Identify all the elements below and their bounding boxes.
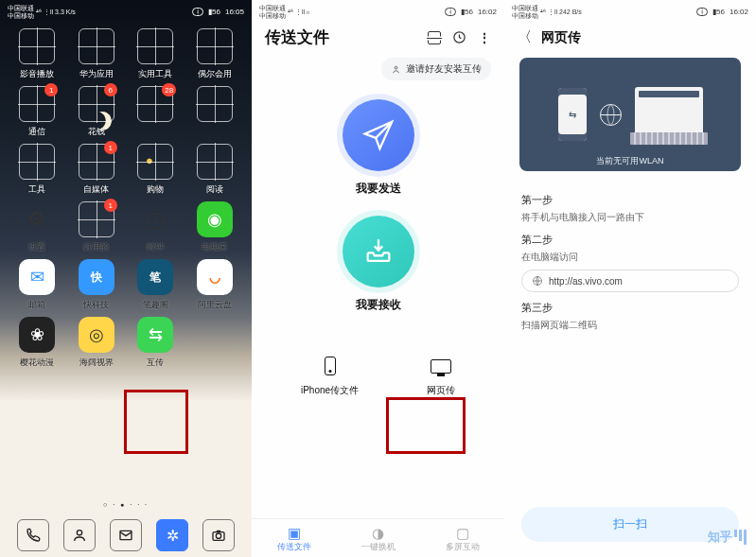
app-sakura[interactable]: ❀樱花动漫 — [8, 317, 67, 369]
contacts-icon[interactable] — [63, 519, 96, 551]
battery-icon: ▮56 — [712, 8, 725, 16]
highlight-box — [386, 397, 466, 454]
header: 〈 网页传 — [504, 21, 756, 46]
app-utilities[interactable]: 实用工具 — [126, 28, 185, 80]
clone-icon: ◑ — [361, 525, 396, 542]
app-spend[interactable]: 6花钱 — [67, 86, 127, 138]
url-box[interactable]: http://as.vivo.com — [521, 270, 739, 292]
app-communication[interactable]: 1通信 — [8, 86, 67, 138]
app-huichuan[interactable]: ⇆互传 — [126, 317, 185, 369]
step-2-desc: 在电脑端访问 — [521, 251, 739, 264]
app-settings[interactable]: ⚙设置 — [8, 201, 67, 253]
bluetooth-icon: ᚼ — [445, 8, 456, 16]
step-1-desc: 将手机与电脑接入同一路由下 — [521, 211, 739, 224]
header: 传送文件 ⋮ — [252, 21, 504, 48]
app-clock[interactable]: ◷时钟 — [126, 201, 185, 253]
scan-icon[interactable] — [428, 31, 441, 44]
app-folder[interactable]: 28 — [126, 86, 185, 138]
app-folder[interactable] — [185, 86, 245, 138]
sakura-icon: ❀ — [19, 317, 55, 353]
app-selfmedia[interactable]: 1自媒体 — [67, 144, 127, 196]
clock-icon: ◷ — [137, 201, 173, 237]
transfer-icon: ⇆ — [137, 317, 173, 353]
status-bar: 中国联通中国移动⁴⁶ ⋮ll₀ ᚼ▮5616:02 — [252, 0, 504, 21]
cloud-icon: ◡ — [197, 259, 233, 295]
send-button[interactable] — [343, 99, 414, 171]
badge: 6 — [104, 83, 117, 96]
app-useful[interactable]: 1好用的 — [67, 201, 127, 253]
invite-banner[interactable]: 邀请好友安装互传 — [381, 58, 491, 80]
scan-button[interactable]: 扫一扫 — [521, 507, 739, 542]
tab-transfer[interactable]: ▣传送文件 — [277, 525, 311, 553]
iphone-label: iPhone传文件 — [301, 384, 359, 397]
back-icon[interactable]: 〈 — [518, 28, 532, 46]
step-2-title: 第二步 — [521, 234, 739, 247]
phone-icon — [325, 357, 336, 375]
svg-point-3 — [217, 533, 221, 538]
app-mail[interactable]: ✉邮箱 — [8, 259, 67, 311]
iphone-transfer-option[interactable]: iPhone传文件 — [301, 353, 359, 397]
app-aliyun[interactable]: ◡阿里云盘 — [185, 259, 245, 311]
app-grid: 影音播放 华为应用 实用工具 偶尔会用 1通信 6花钱 28 工具 1自媒体 购… — [0, 21, 252, 369]
folder-icon: ▣ — [277, 525, 311, 542]
dock: ✲ — [0, 519, 252, 551]
tab-clone[interactable]: ◑一键换机 — [361, 525, 396, 553]
highlight-box — [124, 390, 188, 454]
phone-homescreen: 中国联通中国移动⁴⁶ ⋮ll3.3 K/s ᚼ▮5616:05 ● 影音播放 华… — [0, 0, 252, 557]
clock: 16:02 — [478, 8, 497, 16]
status-bar: 中国联通中国移动⁴⁶ ⋮ll242 B/s ᚼ▮5616:02 — [504, 0, 756, 21]
bottom-tabs: ▣传送文件 ◑一键换机 ▢多屏互动 — [252, 518, 504, 553]
wlan-status: 当前无可用WLAN — [519, 155, 741, 167]
kk-icon: 快 — [79, 259, 114, 295]
message-icon[interactable] — [110, 519, 142, 551]
app-occasional[interactable]: 偶尔会用 — [185, 28, 245, 80]
app-reading[interactable]: 阅读 — [185, 144, 245, 196]
monitor-icon — [431, 359, 451, 374]
globe-icon — [532, 275, 543, 287]
app-haikuo[interactable]: ◎海阔视界 — [67, 317, 127, 369]
web-transfer-option[interactable]: 网页传 — [427, 353, 455, 397]
page-title: 网页传 — [541, 29, 581, 46]
clock: 16:05 — [225, 8, 244, 16]
history-icon[interactable] — [452, 30, 466, 44]
invite-label: 邀请好友安装互传 — [406, 62, 482, 76]
battery-icon: ▮56 — [461, 8, 473, 16]
steps: 第一步 将手机与电脑接入同一路由下 第二步 在电脑端访问 http://as.v… — [504, 177, 756, 339]
badge: 1 — [104, 199, 117, 212]
app-media[interactable]: 影音播放 — [8, 28, 67, 80]
phone-icon[interactable] — [17, 519, 49, 551]
laptop-graphic — [635, 87, 703, 136]
bluetooth-icon: ᚼ — [696, 8, 708, 16]
phone-web-transfer: 中国联通中国移动⁴⁶ ⋮ll242 B/s ᚼ▮5616:02 〈 网页传 当前… — [504, 0, 756, 557]
clock: 16:02 — [730, 8, 748, 16]
app-huawei[interactable]: 华为应用 — [67, 28, 127, 80]
send-label: 我要发送 — [252, 181, 504, 197]
tab-multiscreen[interactable]: ▢多屏互动 — [446, 525, 480, 553]
camera-icon[interactable] — [202, 519, 235, 551]
step-1-title: 第一步 — [521, 194, 739, 207]
battery-icon: ▮56 — [208, 8, 220, 16]
receive-label: 我要接收 — [252, 297, 504, 313]
receive-button[interactable] — [343, 216, 414, 287]
screens-icon: ▢ — [446, 525, 480, 542]
globe-icon — [600, 104, 622, 126]
app-shopping[interactable]: 购物 — [126, 144, 185, 196]
status-bar: 中国联通中国移动⁴⁶ ⋮ll3.3 K/s ᚼ▮5616:05 — [0, 0, 252, 21]
step-3-desc: 扫描网页端二维码 — [521, 319, 739, 332]
person-icon — [391, 64, 401, 75]
paper-plane-icon — [362, 119, 395, 151]
mail-icon: ✉ — [19, 259, 55, 295]
step-3-title: 第三步 — [521, 302, 739, 315]
app-tvguo[interactable]: ◉电视果 — [185, 201, 245, 253]
badge: 1 — [104, 141, 117, 154]
more-icon[interactable]: ⋮ — [478, 30, 491, 45]
app-kkj[interactable]: 快快科技 — [67, 259, 127, 311]
badge: 28 — [162, 83, 176, 96]
book-icon: 笔 — [137, 259, 173, 295]
tv-icon: ◉ — [197, 201, 233, 237]
app-biquge[interactable]: 笔笔趣阁 — [126, 259, 185, 311]
bluetooth-icon: ᚼ — [192, 8, 203, 16]
app-tools[interactable]: 工具 — [8, 144, 67, 196]
phone-graphic — [558, 88, 587, 141]
browser-icon[interactable]: ✲ — [156, 519, 188, 551]
